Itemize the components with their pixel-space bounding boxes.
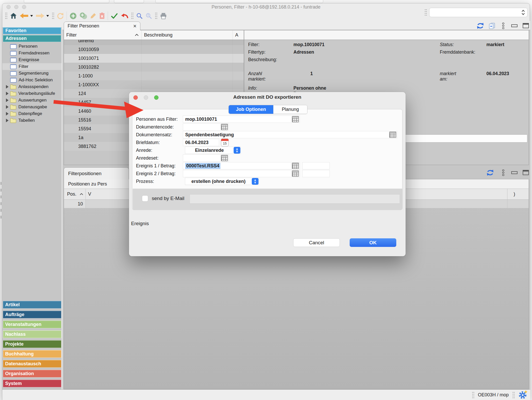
- sidebar-item-fremdadressen[interactable]: Fremdadressen: [2, 50, 62, 56]
- table-row[interactable]: 10010059: [64, 45, 244, 54]
- column-header-truncated[interactable]: ): [507, 189, 529, 199]
- tab-planung[interactable]: Planung: [273, 105, 307, 114]
- dokumentensatz-field[interactable]: Spendenbestaetigung: [183, 131, 397, 138]
- home-icon[interactable]: [10, 13, 17, 19]
- maximize-panel-icon[interactable]: [523, 170, 529, 175]
- more-options-icon[interactable]: [502, 169, 505, 176]
- sidebar-item-anlassspenden[interactable]: Anlassspenden: [2, 83, 62, 90]
- forward-menu-icon[interactable]: [46, 15, 49, 17]
- sidebar-item-ereignisse[interactable]: Ereignisse: [2, 56, 62, 63]
- ereignis2-field[interactable]: [183, 170, 300, 177]
- dialog-minimize-button[interactable]: [144, 95, 148, 100]
- reload-icon[interactable]: [57, 12, 64, 19]
- category-organisation[interactable]: Organisation: [3, 370, 61, 377]
- dialog-close-button[interactable]: [133, 95, 138, 100]
- sidebar-item-tabellen[interactable]: Tabellen: [2, 117, 62, 124]
- sidebar-item-adhoc-selektion[interactable]: Ad-Hoc Selektion: [2, 77, 62, 83]
- edit-pencil-icon[interactable]: [90, 13, 96, 19]
- ereignis1-field[interactable]: 0000Test.RSS4: [183, 162, 300, 169]
- toolbar-drag-handle[interactable]: [131, 12, 133, 19]
- duplicate-view-icon[interactable]: [488, 22, 495, 29]
- category-buchhaltung[interactable]: Buchhaltung: [3, 350, 61, 358]
- cancel-button[interactable]: Cancel: [293, 238, 340, 247]
- lookup-grid-icon[interactable]: [389, 132, 396, 138]
- back-icon[interactable]: [20, 13, 28, 19]
- confirm-check-icon[interactable]: [111, 13, 118, 19]
- email-address-field[interactable]: [190, 194, 400, 204]
- search-icon[interactable]: [136, 13, 143, 19]
- category-nachlass[interactable]: Nachlass: [3, 330, 61, 338]
- stepper-chevrons-icon[interactable]: [252, 178, 258, 185]
- tab-job-optionen[interactable]: Job Optionen: [229, 105, 273, 114]
- sidebar-item-datenpflege[interactable]: Datenpflege: [2, 110, 62, 117]
- undo-icon[interactable]: [121, 13, 128, 19]
- column-header-pos[interactable]: Pos.: [64, 189, 86, 199]
- lookup-grid-icon[interactable]: [292, 116, 299, 122]
- minimize-panel-icon[interactable]: [511, 24, 517, 27]
- back-menu-icon[interactable]: [30, 15, 33, 17]
- prozess-dropdown[interactable]: erstellen (ohne drucken): [185, 178, 259, 185]
- column-header-beschreibung[interactable]: Beschreibung: [142, 30, 233, 40]
- quick-select-combobox[interactable]: [429, 8, 528, 17]
- delete-trash-icon[interactable]: [99, 12, 105, 19]
- tab-filterpositionen[interactable]: Filterpositionen: [64, 167, 129, 179]
- minimize-panel-icon[interactable]: [511, 171, 517, 174]
- print-icon[interactable]: [160, 13, 167, 19]
- category-veranstaltungen[interactable]: Veranstaltungen: [3, 320, 61, 328]
- sidebar-item-datenausgabe[interactable]: Datenausgabe: [2, 104, 62, 110]
- lookup-grid-icon[interactable]: [221, 124, 228, 130]
- category-artikel[interactable]: Artikel: [3, 301, 61, 309]
- dokumentencode-field[interactable]: [183, 123, 229, 131]
- dialog-zoom-button[interactable]: [154, 95, 159, 100]
- category-auftraege[interactable]: Aufträge: [3, 311, 61, 318]
- zoom-window-button[interactable]: [22, 5, 26, 9]
- table-row[interactable]: uifremd: [64, 40, 244, 45]
- sidebar-item-auswertungen[interactable]: Auswertungen: [2, 97, 62, 104]
- table-row-selected[interactable]: 10010071: [64, 54, 244, 63]
- disclosure-triangle-icon[interactable]: [6, 98, 9, 102]
- refresh-view-icon[interactable]: [477, 22, 484, 29]
- toolbar-drag-handle[interactable]: [155, 12, 157, 19]
- disclosure-triangle-icon[interactable]: [6, 92, 9, 95]
- disclosure-triangle-icon[interactable]: [6, 85, 9, 89]
- stepper-chevrons-icon[interactable]: [234, 147, 240, 154]
- close-window-button[interactable]: [6, 5, 11, 9]
- search-person-icon[interactable]: [146, 13, 152, 19]
- disclosure-triangle-icon[interactable]: [6, 105, 9, 109]
- table-row[interactable]: 10010282: [64, 63, 244, 72]
- forward-icon[interactable]: [36, 13, 45, 19]
- settings-gear-icon[interactable]: [518, 391, 527, 399]
- toolbar-drag-handle[interactable]: [425, 9, 427, 16]
- more-options-icon[interactable]: [502, 22, 505, 29]
- column-header-a[interactable]: A: [233, 30, 244, 40]
- ereignis1-betrag-field[interactable]: [302, 162, 330, 169]
- briefdatum-field[interactable]: 06.04.2023: [183, 139, 219, 146]
- lookup-grid-icon[interactable]: [292, 170, 299, 177]
- sidebar-item-personen[interactable]: Personen: [2, 43, 62, 50]
- sidebar-section-adressen[interactable]: Adressen: [3, 35, 61, 42]
- sidebar-item-segmentierung[interactable]: Segmentierung: [2, 70, 62, 77]
- disclosure-triangle-icon[interactable]: [6, 112, 9, 116]
- refresh-view-icon[interactable]: [487, 169, 494, 176]
- minimize-window-button[interactable]: [14, 5, 18, 9]
- toolbar-drag-handle[interactable]: [52, 12, 54, 19]
- calendar-icon[interactable]: 15: [221, 139, 229, 146]
- lookup-grid-icon[interactable]: [292, 163, 299, 169]
- ok-button[interactable]: OK: [350, 238, 396, 247]
- category-system[interactable]: System: [3, 380, 61, 387]
- sidebar-item-verarbeitungslaeufe[interactable]: Verarbeitungsläufe: [2, 90, 62, 97]
- add-icon[interactable]: [70, 12, 77, 19]
- add-copy-icon[interactable]: [80, 12, 87, 19]
- category-projekte[interactable]: Projekte: [3, 340, 61, 348]
- table-row[interactable]: 1-1000XX: [64, 80, 244, 89]
- close-tab-icon[interactable]: ×: [133, 23, 136, 29]
- personen-aus-filter-field[interactable]: mop.10010071: [183, 116, 300, 123]
- anredeset-field[interactable]: [183, 154, 229, 162]
- category-datenaustausch[interactable]: Datenaustausch: [3, 360, 61, 368]
- send-by-email-checkbox[interactable]: [142, 195, 148, 202]
- toolbar-drag-handle[interactable]: [5, 12, 7, 19]
- sidebar-section-favoriten[interactable]: Favoriten: [3, 27, 61, 34]
- column-header-filter[interactable]: Filter: [64, 30, 142, 40]
- anrede-dropdown[interactable]: Einzelanrede: [185, 147, 241, 154]
- tab-filter-personen[interactable]: Filter Personen ×: [64, 22, 140, 30]
